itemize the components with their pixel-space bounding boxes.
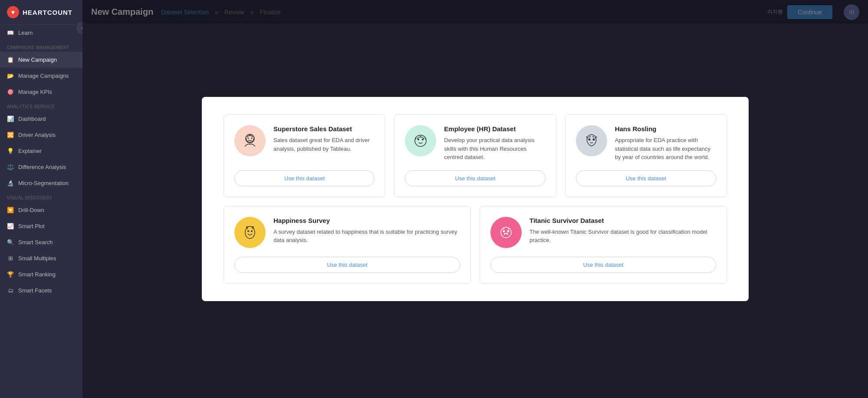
svg-point-8 (245, 226, 255, 239)
card-info-hans-rosling: Hans Rosling Appropriate for EDA practic… (615, 125, 716, 162)
dataset-icon-happiness (234, 217, 266, 248)
difference-analysis-icon: ⚖️ (7, 164, 14, 170)
card-title-titanic: Titanic Survivor Dataset (529, 217, 716, 224)
sidebar-item-driver-analysis-label: Driver Analysis (18, 132, 56, 138)
logo-icon: ♥ (7, 6, 19, 18)
dataset-card-hans-rosling[interactable]: Hans Rosling Appropriate for EDA practic… (565, 114, 727, 197)
sidebar-item-difference-analysis-label: Difference Analysis (18, 164, 66, 170)
sidebar-item-difference-analysis[interactable]: ⚖️ Difference Analysis (0, 159, 82, 175)
card-info-superstore: Superstore Sales Dataset Sales dataset g… (273, 125, 375, 153)
dashboard-icon: 📊 (7, 116, 14, 122)
sidebar: ♥ HEARTCOUNT ‹ 📖 Learn Campaigns Managem… (0, 0, 82, 398)
dataset-selection-modal: Superstore Sales Dataset Sales dataset g… (202, 97, 749, 301)
sidebar-item-smart-facets[interactable]: 🗂 Smart Facets (0, 282, 82, 298)
logo-text: HEARTCOUNT (23, 9, 72, 16)
sidebar-item-dashboard[interactable]: 📊 Dashboard (0, 111, 82, 127)
sidebar-item-drill-down[interactable]: 🔽 Drill-Down (0, 202, 82, 218)
card-top-superstore: Superstore Sales Dataset Sales dataset g… (234, 125, 375, 156)
learn-icon: 📖 (7, 30, 14, 36)
use-dataset-superstore[interactable]: Use this dataset (234, 170, 375, 186)
sidebar-item-explainer-label: Explainer (18, 148, 42, 154)
card-title-superstore: Superstore Sales Dataset (273, 125, 375, 133)
svg-point-6 (588, 139, 590, 141)
sidebar-item-manage-kpis[interactable]: 🎯 Manage KPIs (0, 84, 82, 100)
card-top-titanic: Titanic Survivor Dataset The well-known … (490, 217, 716, 248)
sidebar-item-learn-label: Learn (18, 30, 33, 36)
section-label-campaigns: Campaigns Management (0, 41, 82, 52)
card-title-hans-rosling: Hans Rosling (615, 125, 716, 133)
sidebar-item-smart-ranking-label: Smart Ranking (18, 271, 56, 278)
sidebar-item-smart-ranking[interactable]: 🏆 Smart Ranking (0, 266, 82, 282)
section-label-discovery: Visual Discovery (0, 191, 82, 202)
card-info-employee: Employee (HR) Dataset Develop your pract… (444, 125, 545, 162)
svg-point-10 (251, 230, 253, 232)
sidebar-item-smart-plot-label: Smart Plot (18, 223, 45, 229)
card-top-employee: Employee (HR) Dataset Develop your pract… (405, 125, 545, 162)
sidebar-item-explainer[interactable]: 💡 Explainer (0, 143, 82, 159)
dataset-card-superstore[interactable]: Superstore Sales Dataset Sales dataset g… (224, 114, 385, 197)
card-desc-employee: Develop your practical data analysis ski… (444, 136, 545, 162)
datasets-grid-bottom: Happiness Survey A survey dataset relate… (224, 206, 727, 284)
dataset-icon-hans-rosling (576, 125, 607, 156)
svg-point-9 (247, 230, 249, 232)
sidebar-item-driver-analysis[interactable]: 🔀 Driver Analysis (0, 127, 82, 143)
sidebar-item-micro-segmentation-label: Micro-Segmentation (18, 180, 69, 186)
dataset-card-titanic[interactable]: Titanic Survivor Dataset The well-known … (480, 206, 727, 284)
svg-point-7 (592, 139, 595, 141)
card-desc-happiness: A survey dataset related to happiness th… (273, 228, 460, 245)
card-title-happiness: Happiness Survey (273, 217, 460, 224)
dataset-icon-superstore (234, 125, 266, 156)
sidebar-item-learn[interactable]: 📖 Learn (0, 25, 82, 41)
svg-point-5 (422, 139, 424, 140)
drill-down-icon: 🔽 (7, 207, 14, 213)
logo: ♥ HEARTCOUNT (0, 0, 82, 25)
modal-overlay: Superstore Sales Dataset Sales dataset g… (82, 0, 868, 398)
sidebar-item-smart-search-label: Smart Search (18, 239, 53, 245)
sidebar-item-drill-down-label: Drill-Down (18, 207, 44, 213)
svg-point-12 (503, 230, 505, 232)
dataset-icon-employee (405, 125, 436, 156)
smart-facets-icon: 🗂 (7, 287, 14, 294)
section-label-analytics: Analytics Service (0, 100, 82, 111)
card-desc-hans-rosling: Appropriate for EDA practice with statis… (615, 136, 716, 162)
datasets-grid-top: Superstore Sales Dataset Sales dataset g… (224, 114, 727, 197)
sidebar-item-manage-campaigns[interactable]: 📂 Manage Campaigns (0, 68, 82, 84)
sidebar-item-new-campaign[interactable]: 📋 New Campaign (0, 52, 82, 68)
manage-kpis-icon: 🎯 (7, 89, 14, 95)
main-content: New Campaign Dataset Selection » Review … (82, 0, 868, 398)
svg-point-4 (418, 139, 419, 140)
dataset-icon-titanic (490, 217, 522, 248)
svg-point-1 (248, 138, 249, 139)
sidebar-item-small-multiples-label: Small Multiples (18, 255, 56, 262)
sidebar-item-new-campaign-label: New Campaign (18, 56, 57, 63)
card-title-employee: Employee (HR) Dataset (444, 125, 545, 133)
svg-point-13 (507, 230, 510, 232)
small-multiples-icon: ⊞ (7, 255, 14, 262)
use-dataset-happiness[interactable]: Use this dataset (234, 257, 460, 273)
sidebar-item-manage-campaigns-label: Manage Campaigns (18, 73, 69, 79)
card-desc-superstore: Sales dataset great for EDA and driver a… (273, 136, 375, 153)
card-desc-titanic: The well-known Titanic Survivor dataset … (529, 228, 716, 245)
manage-campaigns-icon: 📂 (7, 73, 14, 79)
sidebar-item-dashboard-label: Dashboard (18, 116, 46, 122)
dataset-card-employee[interactable]: Employee (HR) Dataset Develop your pract… (394, 114, 556, 197)
driver-analysis-icon: 🔀 (7, 132, 14, 138)
new-campaign-icon: 📋 (7, 56, 14, 63)
dataset-card-happiness[interactable]: Happiness Survey A survey dataset relate… (224, 206, 471, 284)
sidebar-item-micro-segmentation[interactable]: 🔬 Micro-Segmentation (0, 175, 82, 191)
micro-segmentation-icon: 🔬 (7, 180, 14, 186)
explainer-icon: 💡 (7, 148, 14, 154)
svg-point-2 (251, 138, 253, 139)
use-dataset-titanic[interactable]: Use this dataset (490, 257, 716, 273)
sidebar-item-smart-plot[interactable]: 📈 Smart Plot (0, 218, 82, 234)
card-info-titanic: Titanic Survivor Dataset The well-known … (529, 217, 716, 245)
card-top-happiness: Happiness Survey A survey dataset relate… (234, 217, 460, 248)
card-info-happiness: Happiness Survey A survey dataset relate… (273, 217, 460, 245)
smart-ranking-icon: 🏆 (7, 271, 14, 278)
sidebar-item-manage-kpis-label: Manage KPIs (18, 89, 52, 95)
sidebar-item-small-multiples[interactable]: ⊞ Small Multiples (0, 250, 82, 266)
use-dataset-hans-rosling[interactable]: Use this dataset (576, 170, 716, 186)
sidebar-item-smart-search[interactable]: 🔍 Smart Search (0, 234, 82, 250)
smart-search-icon: 🔍 (7, 239, 14, 245)
use-dataset-employee[interactable]: Use this dataset (405, 170, 545, 186)
